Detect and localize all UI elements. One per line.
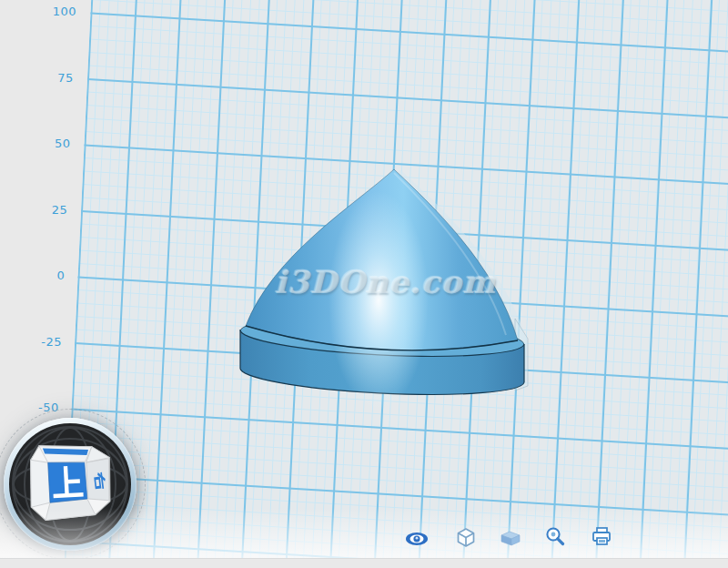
print-icon[interactable] xyxy=(589,523,614,554)
view-cube[interactable] xyxy=(28,442,113,522)
zoom-magnifier-icon[interactable] xyxy=(542,523,568,554)
view-cube-right-face[interactable] xyxy=(86,459,111,502)
bottom-status-bar xyxy=(0,558,728,568)
view-toolbar xyxy=(0,523,728,556)
visibility-eye-icon[interactable] xyxy=(404,523,430,554)
wireframe-view-icon[interactable] xyxy=(453,523,479,554)
shaded-view-icon[interactable] xyxy=(498,523,523,554)
model-dome-highlight xyxy=(329,191,429,410)
app-window: 1007550250-25-50 xyxy=(0,0,728,568)
